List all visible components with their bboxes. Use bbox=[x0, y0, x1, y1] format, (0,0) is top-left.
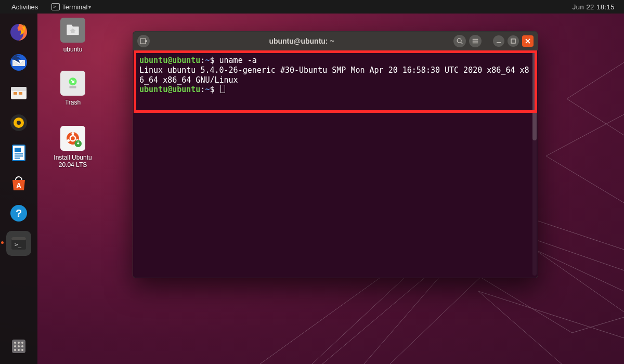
dock-item-show-applications[interactable] bbox=[6, 334, 31, 359]
svg-point-41 bbox=[457, 38, 461, 43]
menu-button[interactable] bbox=[469, 35, 482, 47]
document-icon bbox=[8, 142, 29, 163]
svg-rect-12 bbox=[19, 92, 22, 95]
dock-item-help[interactable]: ? bbox=[6, 201, 31, 226]
svg-point-31 bbox=[21, 342, 23, 344]
terminal-body[interactable]: ubuntu@ubuntu:~$ uname -a Linux ubuntu 5… bbox=[133, 50, 538, 278]
svg-point-30 bbox=[18, 342, 20, 344]
dock-item-files[interactable] bbox=[6, 80, 31, 105]
prompt-user: ubuntu@ubuntu bbox=[139, 85, 200, 94]
thunderbird-icon bbox=[8, 52, 29, 73]
hamburger-icon bbox=[472, 37, 479, 45]
maximize-button[interactable] bbox=[508, 35, 519, 47]
firefox-icon bbox=[8, 22, 29, 43]
dock-item-rhythmbox[interactable] bbox=[6, 110, 31, 135]
prompt-dollar: $ bbox=[210, 56, 219, 65]
terminal-line: ubuntu@ubuntu:~$ uname -a bbox=[139, 56, 531, 66]
terminal-command: uname -a bbox=[219, 56, 257, 65]
svg-point-36 bbox=[18, 349, 20, 351]
dock-item-thunderbird[interactable] bbox=[6, 50, 31, 75]
shopping-bag-icon: A bbox=[8, 173, 29, 193]
desktop-icon-trash[interactable]: Trash bbox=[48, 71, 98, 106]
svg-rect-18 bbox=[15, 148, 21, 152]
svg-text:A: A bbox=[16, 181, 21, 190]
svg-rect-0 bbox=[70, 86, 76, 88]
top-bar: Activities >_ Terminal ▾ Jun 22 18:15 bbox=[0, 0, 624, 14]
new-tab-button[interactable] bbox=[137, 35, 150, 47]
terminal-scrollbar[interactable] bbox=[532, 50, 537, 276]
music-icon bbox=[8, 112, 29, 133]
prompt-dollar: $ bbox=[210, 85, 219, 94]
terminal-output: Linux ubuntu 5.4.0-26-generic #30-Ubuntu… bbox=[139, 66, 531, 85]
desktop-icon-install-ubuntu[interactable]: Install Ubuntu 20.04 LTS bbox=[48, 126, 98, 168]
apps-grid-icon bbox=[8, 336, 29, 357]
svg-rect-26 bbox=[11, 237, 26, 240]
dock: A ? >_ bbox=[0, 14, 37, 364]
app-menu[interactable]: >_ Terminal ▾ bbox=[46, 3, 96, 11]
desktop-icon-home[interactable]: ubuntu bbox=[48, 18, 98, 53]
svg-rect-38 bbox=[140, 38, 146, 44]
minimize-button[interactable] bbox=[493, 35, 504, 47]
dock-item-terminal[interactable]: >_ bbox=[6, 231, 31, 256]
desktop-icon-label: ubuntu bbox=[48, 46, 98, 53]
files-icon bbox=[8, 82, 29, 103]
svg-point-29 bbox=[14, 342, 16, 344]
desktop-icon-label: Trash bbox=[48, 99, 98, 106]
maximize-icon bbox=[510, 38, 516, 44]
terminal-title: ubuntu@ubuntu: ~ bbox=[153, 37, 450, 45]
svg-point-15 bbox=[17, 121, 21, 125]
svg-point-35 bbox=[14, 349, 16, 351]
svg-text:>_: >_ bbox=[15, 241, 22, 248]
minimize-icon bbox=[496, 38, 502, 44]
close-icon bbox=[525, 38, 531, 44]
search-button[interactable] bbox=[453, 35, 466, 47]
svg-point-33 bbox=[18, 345, 20, 347]
svg-text:?: ? bbox=[16, 207, 22, 219]
dock-item-firefox[interactable] bbox=[6, 20, 31, 45]
help-icon: ? bbox=[8, 203, 29, 224]
search-icon bbox=[456, 37, 463, 45]
terminal-cursor bbox=[220, 85, 225, 93]
scrollbar-thumb[interactable] bbox=[532, 50, 537, 140]
dock-item-ubuntu-software[interactable]: A bbox=[6, 171, 31, 196]
trash-icon bbox=[66, 76, 80, 90]
svg-rect-11 bbox=[14, 92, 17, 95]
svg-point-37 bbox=[21, 349, 23, 351]
svg-rect-47 bbox=[511, 39, 515, 43]
app-menu-label: Terminal bbox=[62, 3, 87, 11]
terminal-icon: >_ bbox=[8, 233, 29, 254]
terminal-icon: >_ bbox=[51, 3, 60, 10]
chevron-down-icon: ▾ bbox=[88, 4, 91, 10]
clock[interactable]: Jun 22 18:15 bbox=[573, 3, 624, 11]
activities-button[interactable]: Activities bbox=[5, 3, 44, 11]
terminal-window: ubuntu@ubuntu: ~ ubuntu@ubuntu:~$ uname … bbox=[133, 31, 538, 278]
svg-point-32 bbox=[14, 345, 16, 347]
new-tab-icon bbox=[139, 37, 148, 45]
terminal-line: ubuntu@ubuntu:~$ bbox=[139, 85, 531, 95]
desktop-icon-label: Install Ubuntu 20.04 LTS bbox=[48, 154, 98, 168]
svg-point-3 bbox=[71, 132, 74, 135]
svg-point-34 bbox=[21, 345, 23, 347]
svg-line-42 bbox=[461, 43, 463, 44]
svg-point-5 bbox=[67, 139, 70, 142]
home-folder-icon bbox=[66, 23, 80, 37]
terminal-titlebar[interactable]: ubuntu@ubuntu: ~ bbox=[133, 32, 538, 50]
prompt-user: ubuntu@ubuntu bbox=[139, 56, 200, 65]
close-button[interactable] bbox=[522, 35, 534, 47]
dock-item-libreoffice-writer[interactable] bbox=[6, 140, 31, 165]
ubuntu-install-icon bbox=[64, 129, 82, 147]
svg-rect-10 bbox=[11, 87, 27, 91]
